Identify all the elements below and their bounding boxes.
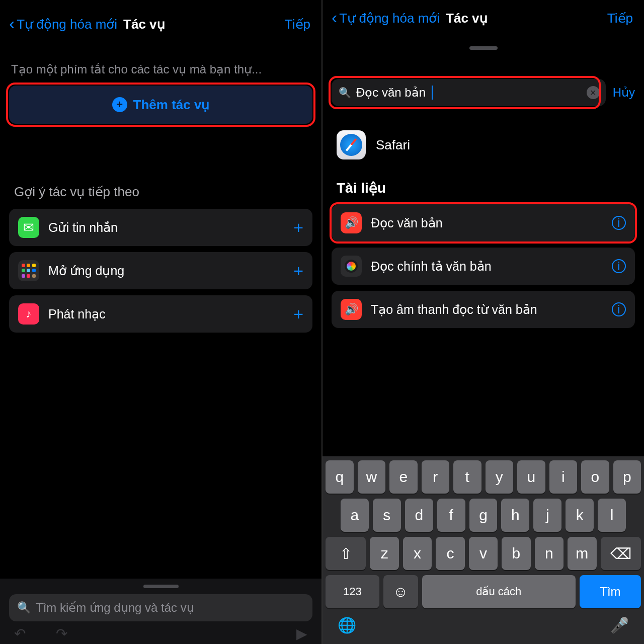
key-q[interactable]: q <box>326 460 354 494</box>
key-r[interactable]: r <box>422 460 450 494</box>
numeric-key[interactable]: 123 <box>326 575 379 608</box>
info-icon[interactable]: i <box>612 302 626 316</box>
key-e[interactable]: e <box>389 460 418 494</box>
undo-icon[interactable]: ↶ <box>14 625 26 642</box>
search-value: Đọc văn bản <box>356 86 426 100</box>
search-icon: 🔍 <box>17 601 31 614</box>
key-w[interactable]: w <box>358 460 386 494</box>
info-icon[interactable]: i <box>612 216 626 230</box>
key-b[interactable]: b <box>502 537 530 570</box>
search-key[interactable]: Tìm <box>580 575 641 608</box>
search-icon: 🔍 <box>339 87 351 99</box>
key-o[interactable]: o <box>581 460 609 494</box>
key-t[interactable]: t <box>453 460 481 494</box>
key-y[interactable]: y <box>486 460 514 494</box>
backspace-key[interactable]: ⌫ <box>601 537 641 570</box>
results-list: 🔊 Đọc văn bản i Đọc chính tả văn bản i 🔊… <box>323 204 644 334</box>
next-button[interactable]: Tiếp <box>607 11 633 26</box>
info-icon[interactable]: i <box>612 259 626 273</box>
key-m[interactable]: m <box>568 537 596 570</box>
row-label: Mở ứng dụng <box>48 264 293 278</box>
redo-icon[interactable]: ↷ <box>56 625 67 642</box>
suggestion-row[interactable]: Mở ứng dụng + <box>9 252 312 289</box>
plus-circle-icon: + <box>112 97 127 112</box>
key-i[interactable]: i <box>549 460 578 494</box>
app-result-row[interactable]: Safari <box>323 110 644 165</box>
add-action-label: Thêm tác vụ <box>133 97 210 113</box>
text-cursor <box>432 86 433 100</box>
back-button[interactable]: ‹ Tự động hóa mới <box>9 17 117 32</box>
clear-icon[interactable]: ✕ <box>587 86 600 99</box>
key-j[interactable]: j <box>533 499 561 532</box>
key-k[interactable]: k <box>566 499 594 532</box>
search-placeholder: Tìm kiếm ứng dụng và tác vụ <box>36 601 194 615</box>
pane-right: ‹ Tự động hóa mới Tác vụ Tiếp 🔍 Đọc văn … <box>323 0 644 644</box>
search-wrap: 🔍 Đọc văn bản ✕ Hủy <box>323 75 644 110</box>
key-f[interactable]: f <box>437 499 465 532</box>
keyboard-row: 123 ☺ dấu cách Tìm <box>326 575 641 608</box>
pane-left: ‹ Tự động hóa mới Tác vụ Tiếp Tạo một ph… <box>0 0 323 644</box>
emoji-key[interactable]: ☺ <box>383 575 418 608</box>
play-icon[interactable]: ▶ <box>296 625 307 642</box>
key-z[interactable]: z <box>370 537 398 570</box>
bottom-sheet: 🔍 Tìm kiếm ứng dụng và tác vụ ↶ ↷ ▶ <box>0 579 321 644</box>
keyboard-row: q w e r t y u i o p <box>326 460 641 494</box>
row-label: Tạo âm thanh đọc từ văn bản <box>371 302 612 317</box>
key-n[interactable]: n <box>535 537 564 570</box>
row-label: Gửi tin nhắn <box>48 220 293 235</box>
section-header: Tài liệu <box>323 165 644 204</box>
result-row[interactable]: 🔊 Đọc văn bản i <box>332 204 635 242</box>
mic-icon[interactable]: 🎤 <box>610 616 629 634</box>
chevron-left-icon: ‹ <box>332 9 337 26</box>
messages-icon: ✉ <box>18 217 39 238</box>
search-input[interactable]: 🔍 Tìm kiếm ứng dụng và tác vụ <box>9 594 312 621</box>
key-u[interactable]: u <box>517 460 545 494</box>
row-label: Đọc văn bản <box>371 216 612 230</box>
key-a[interactable]: a <box>341 499 369 532</box>
back-button[interactable]: ‹ Tự động hóa mới <box>332 11 440 26</box>
chevron-left-icon: ‹ <box>9 15 15 32</box>
nav-bar: ‹ Tự động hóa mới Tác vụ Tiếp <box>0 0 321 48</box>
apps-icon <box>18 260 39 281</box>
suggestion-row[interactable]: ✉ Gửi tin nhắn + <box>9 209 312 246</box>
grabber-handle[interactable] <box>143 585 179 588</box>
key-v[interactable]: v <box>469 537 498 570</box>
add-action-button[interactable]: + Thêm tác vụ <box>9 86 312 124</box>
key-c[interactable]: c <box>436 537 464 570</box>
key-l[interactable]: l <box>598 499 626 532</box>
description-text: Tạo một phím tắt cho các tác vụ mà bạn t… <box>0 48 321 86</box>
speaker-icon: 🔊 <box>341 212 362 233</box>
result-row[interactable]: 🔊 Tạo âm thanh đọc từ văn bản i <box>332 291 635 328</box>
row-label: Đọc chính tả văn bản <box>371 259 612 274</box>
page-title: Tác vụ <box>446 11 488 26</box>
plus-icon[interactable]: + <box>293 304 303 324</box>
search-input[interactable]: 🔍 Đọc văn bản ✕ <box>332 79 606 106</box>
speaker-icon: 🔊 <box>341 299 362 320</box>
suggestions-header: Gợi ý tác vụ tiếp theo <box>0 184 321 200</box>
keyboard: q w e r t y u i o p a s d f g h j k l ⇧ … <box>323 456 644 644</box>
space-key[interactable]: dấu cách <box>422 575 576 608</box>
plus-icon[interactable]: + <box>293 261 303 281</box>
globe-icon[interactable]: 🌐 <box>338 616 356 634</box>
key-d[interactable]: d <box>405 499 433 532</box>
back-label: Tự động hóa mới <box>17 17 117 32</box>
key-g[interactable]: g <box>469 499 498 532</box>
safari-icon <box>337 130 366 159</box>
keyboard-row: a s d f g h j k l <box>326 499 641 532</box>
key-s[interactable]: s <box>373 499 401 532</box>
nav-bar: ‹ Tự động hóa mới Tác vụ Tiếp <box>323 0 644 36</box>
next-button[interactable]: Tiếp <box>285 17 310 32</box>
keyboard-row: ⇧ z x c v b n m ⌫ <box>326 537 641 570</box>
cancel-button[interactable]: Hủy <box>613 86 635 100</box>
shift-key[interactable]: ⇧ <box>326 537 366 570</box>
key-x[interactable]: x <box>403 537 432 570</box>
result-row[interactable]: Đọc chính tả văn bản i <box>332 248 635 285</box>
suggestion-row[interactable]: ♪ Phát nhạc + <box>9 295 312 333</box>
grabber-handle[interactable] <box>469 46 498 50</box>
plus-icon[interactable]: + <box>293 218 303 237</box>
key-p[interactable]: p <box>613 460 641 494</box>
key-h[interactable]: h <box>501 499 529 532</box>
circle-icon <box>341 256 362 277</box>
toolbar-icons: ↶ ↷ ▶ <box>0 621 321 642</box>
add-action-wrap: + Thêm tác vụ <box>0 86 321 124</box>
